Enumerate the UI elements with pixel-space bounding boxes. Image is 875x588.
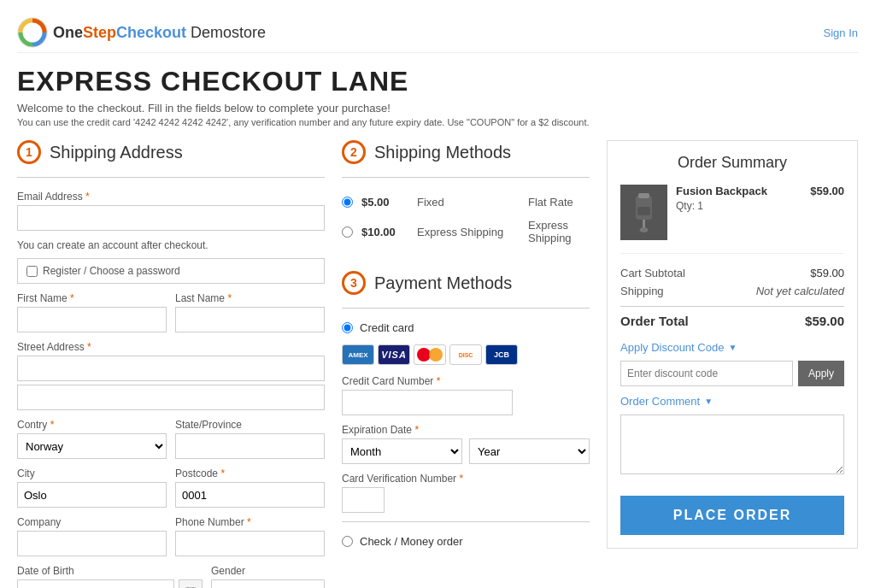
discount-input[interactable] <box>620 361 793 386</box>
cart-subtotal-value: $59.00 <box>810 267 844 279</box>
last-name-group: Last Name * <box>175 292 325 332</box>
dob-input[interactable] <box>17 579 174 588</box>
page-title: EXPRESS CHECKOUT LANE <box>17 66 858 97</box>
shipping-address-header: 1 Shipping Address <box>17 140 325 164</box>
apply-button[interactable]: Apply <box>798 361 844 386</box>
chevron-down-icon: ▼ <box>728 343 737 352</box>
shipping-address-divider <box>17 177 325 178</box>
shipping-summary-value: Not yet calculated <box>756 285 844 297</box>
order-total-row: Order Total $59.00 <box>620 306 844 328</box>
state-input[interactable] <box>175 433 325 459</box>
gender-select[interactable]: Male Female <box>211 579 325 588</box>
shipping-price-express: $10.00 <box>361 226 408 238</box>
shipping-option-express: $10.00 Express Shipping Express Shipping <box>342 214 590 250</box>
comment-textarea[interactable] <box>620 415 844 474</box>
comment-section: Order Comment ▼ <box>620 395 844 477</box>
company-label: Company <box>17 516 167 528</box>
company-input[interactable] <box>17 531 167 556</box>
product-qty: Qty: 1 <box>676 200 802 212</box>
payment-methods-divider <box>342 308 590 309</box>
register-check[interactable]: Register / Choose a password <box>17 258 325 284</box>
shipping-summary-label: Shipping <box>620 285 664 297</box>
comment-label: Order Comment <box>620 395 700 408</box>
register-checkbox[interactable] <box>26 266 38 277</box>
shipping-row: Shipping Not yet calculated <box>620 285 844 297</box>
cc-number-input[interactable] <box>342 390 513 415</box>
logo-one: One <box>53 24 83 41</box>
product-price: $59.00 <box>810 185 844 197</box>
expiry-label: Expiration Date * <box>342 424 590 436</box>
shipping-name-fixed: Fixed <box>417 196 520 209</box>
comment-toggle[interactable]: Order Comment ▼ <box>620 395 844 408</box>
main-layout: 1 Shipping Address Email Address * You c… <box>17 140 858 588</box>
cvv-input[interactable] <box>342 487 385 513</box>
discount-label: Apply Discount Code <box>620 341 724 354</box>
shipping-option-fixed: $5.00 Fixed Flat Rate <box>342 191 590 214</box>
first-name-label: First Name * <box>17 292 167 304</box>
payment-methods-section: 3 Payment Methods Credit card AMEX VISA <box>342 271 590 548</box>
cvv-label: Card Verification Number * <box>342 473 590 485</box>
comment-chevron-icon: ▼ <box>704 397 713 406</box>
phone-input[interactable] <box>175 531 325 556</box>
street-input-1[interactable] <box>17 356 325 381</box>
step-3-badge: 3 <box>342 271 366 295</box>
shipping-label-express: Express Shipping <box>528 219 590 244</box>
money-order-label: Check / Money order <box>360 535 463 548</box>
street-group: Street Address * <box>17 341 325 410</box>
dob-gender-row: Date of Birth <box>17 565 325 588</box>
logo-checkout: Checkout <box>116 24 186 41</box>
country-select[interactable]: Norway Sweden Denmark Finland <box>17 433 167 459</box>
product-info: Fusion Backpack Qty: 1 <box>676 185 802 212</box>
shipping-methods-section: 2 Shipping Methods $5.00 Fixed Flat Rate… <box>342 140 590 250</box>
city-label: City <box>17 467 167 479</box>
cvv-group: Card Verification Number * <box>342 473 590 513</box>
order-summary-section: Order Summary Fusion Ba <box>607 140 858 588</box>
shipping-methods-header: 2 Shipping Methods <box>342 140 590 164</box>
credit-card-label: Credit card <box>360 321 414 334</box>
product-image <box>620 185 667 240</box>
logo-icon <box>17 17 48 48</box>
city-input[interactable] <box>17 482 167 508</box>
payment-radio-money-order[interactable] <box>342 536 353 547</box>
shipping-radio-fixed[interactable] <box>342 197 353 208</box>
postcode-group: Postcode * <box>175 467 325 508</box>
calendar-button[interactable] <box>179 579 203 588</box>
shipping-address-title: Shipping Address <box>50 143 183 162</box>
sign-in-link[interactable]: Sign In <box>824 26 858 39</box>
email-input[interactable] <box>17 205 325 231</box>
order-total-value: $59.00 <box>805 314 844 328</box>
product-row: Fusion Backpack Qty: 1 $59.00 <box>620 185 844 254</box>
first-name-input[interactable] <box>17 307 167 332</box>
name-row: First Name * Last Name * <box>17 292 325 341</box>
expiry-month-select[interactable]: Month 01020304 05060708 09101112 <box>342 438 462 464</box>
logo-text: OneStepCheckout Demostore <box>53 24 266 42</box>
payment-radio-cc[interactable] <box>342 322 353 333</box>
email-group: Email Address * <box>17 191 325 231</box>
shipping-address-section: 1 Shipping Address Email Address * You c… <box>17 140 325 588</box>
city-group: City <box>17 467 167 508</box>
country-group: Contry * Norway Sweden Denmark Finland <box>17 419 167 459</box>
svg-rect-6 <box>638 193 649 198</box>
discount-toggle[interactable]: Apply Discount Code ▼ <box>620 341 844 354</box>
gender-group: Gender Male Female <box>211 565 325 588</box>
middle-column: 2 Shipping Methods $5.00 Fixed Flat Rate… <box>342 140 590 588</box>
shipping-methods-title: Shipping Methods <box>374 143 511 162</box>
last-name-input[interactable] <box>175 307 325 332</box>
shipping-radio-express[interactable] <box>342 226 353 238</box>
state-group: State/Province <box>175 419 325 459</box>
payment-methods-header: 3 Payment Methods <box>342 271 590 295</box>
postcode-input[interactable] <box>175 482 325 508</box>
amex-icon: AMEX <box>342 344 374 365</box>
street-label: Street Address * <box>17 341 325 353</box>
order-summary-box: Order Summary Fusion Ba <box>607 140 858 549</box>
street-input-2[interactable] <box>17 385 325 410</box>
account-note: You can create an account after checkout… <box>17 239 325 251</box>
dob-group: Date of Birth <box>17 565 203 588</box>
expiry-row: Month 01020304 05060708 09101112 Year 20… <box>342 438 590 464</box>
country-state-row: Contry * Norway Sweden Denmark Finland S… <box>17 419 325 467</box>
info-text: You can use the credit card '4242 4242 4… <box>17 117 858 127</box>
logo-area: OneStepCheckout Demostore <box>17 17 266 48</box>
place-order-button[interactable]: PLACE ORDER <box>620 496 844 535</box>
expiry-year-select[interactable]: Year 2024202520262027 202820292030 <box>469 438 590 464</box>
backpack-svg <box>629 191 659 234</box>
